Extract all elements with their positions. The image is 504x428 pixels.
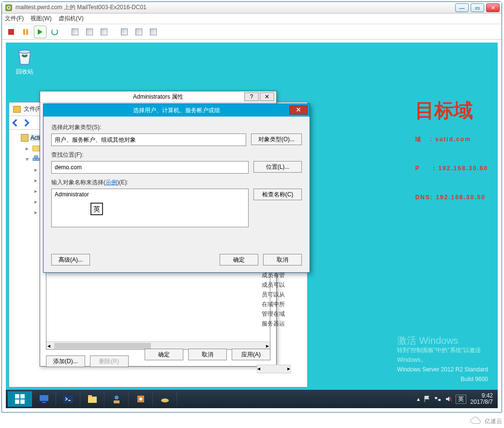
- vsphere-toolbar: [2, 24, 502, 40]
- ime-button[interactable]: 英: [456, 395, 466, 404]
- cancel-button[interactable]: 取消: [263, 254, 302, 266]
- close-button[interactable]: ✕: [486, 3, 500, 12]
- vsphere-menubar: 文件(F) 视图(W) 虚拟机(V): [2, 14, 502, 24]
- example-link[interactable]: 示例: [105, 179, 117, 186]
- object-types-button[interactable]: 对象类型(O)...: [251, 133, 302, 145]
- toolbar-icon-2[interactable]: [83, 26, 96, 38]
- svg-rect-5: [15, 394, 19, 398]
- maximize-button[interactable]: ▭: [471, 3, 484, 12]
- menu-view[interactable]: 视图(W): [30, 15, 51, 23]
- help-button[interactable]: ?: [244, 92, 259, 101]
- svg-line-21: [450, 397, 451, 401]
- select-objects-dialog[interactable]: 选择用户、计算机、服务帐户或组 ✕ 选择此对象类型(S): 用户、服务帐户、组或…: [43, 103, 310, 273]
- add-button[interactable]: 添加(D)...: [46, 355, 85, 367]
- toolbar-icon-1[interactable]: [69, 26, 81, 38]
- location-label: 查找位置(F):: [51, 151, 302, 159]
- svg-rect-2: [33, 158, 36, 161]
- toolbar-icon-6[interactable]: [147, 26, 160, 38]
- toolbar-icon-4[interactable]: [118, 26, 131, 38]
- menu-vm[interactable]: 虚拟机(V): [59, 15, 84, 23]
- task-server-manager[interactable]: [32, 391, 56, 407]
- target-domain-overlay: 目标域 域 : satid.com P : 192.168.30.60 DNS:…: [415, 96, 488, 212]
- right-scroll[interactable]: ◂▸: [257, 365, 291, 373]
- vm-desktop[interactable]: 回收站 目标域 域 : satid.com P : 192.168.30.60 …: [6, 43, 498, 408]
- poweron-button[interactable]: [34, 26, 46, 38]
- task-powershell[interactable]: [56, 391, 80, 407]
- minimize-button[interactable]: —: [455, 3, 469, 12]
- close-button[interactable]: ✕: [289, 105, 308, 115]
- description-text: 成员有管成员可以员可以从 在域中所管理在域服务器运: [262, 270, 291, 328]
- svg-rect-10: [42, 402, 46, 403]
- svg-rect-0: [5, 4, 12, 11]
- back-icon[interactable]: [11, 118, 20, 127]
- menu-file[interactable]: 文件(F): [5, 15, 24, 23]
- svg-point-1: [19, 50, 31, 53]
- tray-icon-up[interactable]: ▴: [417, 396, 420, 402]
- svg-rect-8: [20, 399, 25, 404]
- ok-button[interactable]: 确定: [220, 254, 258, 266]
- svg-rect-19: [435, 397, 437, 399]
- svg-rect-20: [438, 399, 441, 401]
- svg-rect-11: [63, 395, 73, 403]
- seldlg-title-text: 选择用户、计算机、服务帐户或组: [133, 106, 220, 115]
- task-app-1[interactable]: [104, 391, 129, 407]
- start-button[interactable]: [8, 391, 32, 407]
- svg-rect-12: [88, 397, 97, 403]
- object-type-field: 用户、服务帐户、组或其他对象: [51, 133, 246, 146]
- network-icon[interactable]: [434, 396, 441, 402]
- vsphere-titlebar[interactable]: mailtest.pwrd.com 上的 MailTest003-Ex2016-…: [2, 2, 502, 14]
- svg-rect-3: [36, 158, 39, 161]
- svg-rect-15: [114, 400, 119, 403]
- check-names-button[interactable]: 检查名称(C): [253, 189, 302, 200]
- object-names-input[interactable]: Administrator 英: [51, 189, 249, 227]
- svg-point-17: [139, 398, 142, 400]
- ok-button[interactable]: 确定: [145, 349, 183, 360]
- ime-indicator: 英: [90, 203, 103, 215]
- clock[interactable]: 9:42 2017/8/7: [470, 393, 493, 405]
- locations-button[interactable]: 位置(L)...: [253, 161, 302, 173]
- svg-rect-6: [20, 394, 25, 398]
- svg-point-18: [161, 398, 169, 402]
- remove-button: 删除(R): [90, 355, 129, 367]
- props-title-text: Administrators 属性: [133, 93, 183, 101]
- scrollbar-horizontal[interactable]: ◂▸: [46, 341, 270, 349]
- location-field: demo.com: [51, 161, 249, 174]
- close-button[interactable]: ✕: [260, 92, 274, 101]
- toolbar-icon-5[interactable]: [133, 26, 145, 38]
- target-title: 目标域: [415, 96, 488, 125]
- seldlg-titlebar[interactable]: 选择用户、计算机、服务帐户或组 ✕: [44, 104, 310, 117]
- svg-rect-13: [88, 395, 92, 397]
- svg-rect-4: [34, 156, 38, 158]
- object-type-label: 选择此对象类型(S):: [51, 123, 302, 132]
- toolbar-icon-3[interactable]: [98, 26, 110, 38]
- task-app-2[interactable]: [129, 391, 153, 407]
- vsphere-title-text: mailtest.pwrd.com 上的 MailTest003-Ex2016-…: [15, 3, 147, 12]
- svg-rect-9: [40, 395, 48, 401]
- cancel-button[interactable]: 取消: [188, 349, 227, 360]
- task-app-3[interactable]: [153, 391, 177, 407]
- apply-button[interactable]: 应用(A): [232, 349, 270, 360]
- advanced-button[interactable]: 高级(A)...: [51, 254, 90, 266]
- recycle-label: 回收站: [15, 68, 35, 76]
- svg-point-14: [115, 396, 119, 399]
- props-titlebar[interactable]: Administrators 属性 ? ✕: [40, 91, 276, 103]
- flag-icon[interactable]: [424, 396, 430, 402]
- svg-rect-7: [15, 399, 19, 404]
- object-names-label: 输入对象名称来选择(示例)(E):: [51, 178, 302, 187]
- sound-icon[interactable]: [445, 396, 452, 402]
- forward-icon[interactable]: [22, 118, 30, 127]
- poweroff-button[interactable]: [5, 26, 17, 38]
- vsphere-icon: [5, 4, 13, 12]
- suspend-button[interactable]: [19, 26, 32, 38]
- task-explorer[interactable]: [80, 391, 104, 407]
- reset-button[interactable]: [48, 26, 61, 38]
- taskbar[interactable]: ▴ 英 9:42 2017/8/7: [6, 390, 498, 408]
- system-tray[interactable]: ▴ 英 9:42 2017/8/7: [417, 393, 496, 405]
- vsphere-window: mailtest.pwrd.com 上的 MailTest003-Ex2016-…: [1, 1, 502, 413]
- site-watermark: 亿速云: [469, 416, 502, 426]
- recycle-bin[interactable]: 回收站: [15, 47, 35, 76]
- windows-watermark: 激活 Windows 转到"控制面板"中的"系统"以激活 Windows。 Wi…: [397, 336, 488, 384]
